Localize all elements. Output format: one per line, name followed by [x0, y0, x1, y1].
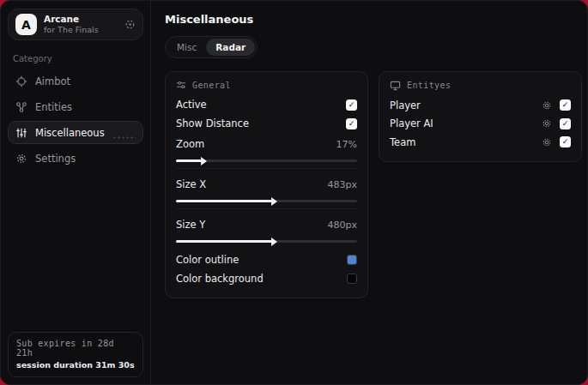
entity-controls: ✓	[542, 99, 571, 111]
slider-row-size-x: Size X 483px	[176, 175, 357, 194]
size-x-slider-fill[interactable]	[176, 200, 272, 202]
main-content: Miscellaneous Misc Radar Gene	[151, 1, 588, 384]
session-duration-text: session duration 31m 30s	[16, 360, 135, 370]
color-row-outline: Color outline	[176, 250, 357, 269]
entity-row-player: Player ✓	[390, 96, 571, 115]
gear-icon[interactable]	[542, 100, 552, 111]
slider-value: 483px	[328, 179, 358, 190]
entities-panel-title: Entityes	[407, 81, 451, 90]
size-y-slider-group: Size Y 480px	[176, 214, 357, 249]
entity-controls: ✓	[542, 136, 571, 147]
slider-label: Zoom	[176, 138, 204, 150]
entity-label: Team	[390, 136, 415, 148]
toggle-label: Active	[176, 99, 207, 111]
sidebar-nav: Aimbot Entities	[8, 67, 143, 170]
size-x-slider-group: Size X 483px	[176, 173, 357, 209]
slider-label: Size Y	[176, 219, 205, 231]
crosshair-icon	[15, 75, 27, 87]
tab-bar: Misc Radar	[165, 36, 258, 58]
color-row-background: Color background	[176, 269, 357, 288]
app-meta: Arcane for The Finals	[44, 14, 118, 35]
color-background-swatch[interactable]	[347, 274, 357, 284]
size-x-slider[interactable]	[176, 200, 357, 202]
tab-misc[interactable]: Misc	[167, 39, 206, 56]
sidebar: A Arcane for The Finals Category	[1, 1, 151, 384]
gear-icon[interactable]	[542, 118, 552, 129]
sub-expiry-text: Sub expires in 28d 21h	[16, 339, 135, 358]
app-card: A Arcane for The Finals	[8, 9, 143, 40]
color-outline-swatch[interactable]	[347, 255, 357, 265]
zoom-slider-fill[interactable]	[176, 159, 202, 162]
show-distance-checkbox[interactable]: ✓	[346, 118, 357, 129]
entity-row-team: Team ✓	[390, 133, 571, 152]
monitor-icon	[390, 80, 401, 91]
entity-controls: ✓	[542, 118, 571, 129]
player-checkbox[interactable]: ✓	[560, 99, 571, 111]
page-title: Miscellaneous	[165, 13, 582, 26]
zoom-slider-group: Zoom 17%	[176, 133, 357, 169]
sidebar-item-label: Miscellaneous	[35, 127, 105, 139]
app-subtitle: for The Finals	[44, 25, 118, 35]
general-panel: General Active ✓ Show Distance ✓ Zoom 17…	[165, 71, 368, 298]
sidebar-item-settings[interactable]: Settings	[8, 147, 143, 170]
general-panel-header: General	[176, 80, 357, 90]
gear-icon[interactable]	[542, 137, 552, 147]
player-ai-checkbox[interactable]: ✓	[560, 118, 571, 129]
active-checkbox[interactable]: ✓	[346, 99, 357, 111]
entity-row-player-ai: Player AI ✓	[390, 115, 571, 134]
team-checkbox[interactable]: ✓	[560, 136, 571, 147]
sidebar-item-label: Settings	[35, 153, 76, 165]
sidebar-item-miscellaneous[interactable]: Miscellaneous	[8, 121, 143, 144]
entity-label: Player	[390, 99, 421, 111]
sliders-small-icon	[176, 80, 186, 90]
sidebar-item-aimbot[interactable]: Aimbot	[8, 69, 143, 93]
sliders-icon	[15, 127, 27, 139]
entities-icon	[15, 101, 27, 113]
entities-panel-header: Entityes	[390, 80, 571, 91]
app-window: A Arcane for The Finals Category	[0, 0, 588, 385]
app-name: Arcane	[44, 14, 118, 25]
toggle-label: Show Distance	[176, 117, 249, 129]
entity-label: Player AI	[390, 117, 433, 129]
gear-icon	[15, 153, 27, 165]
slider-value: 17%	[336, 139, 357, 150]
sidebar-spacer	[8, 170, 143, 332]
toggle-row-show-distance: Show Distance ✓	[176, 114, 357, 133]
sidebar-item-label: Aimbot	[35, 75, 70, 87]
panels-row: General Active ✓ Show Distance ✓ Zoom 17…	[165, 71, 582, 298]
zoom-slider[interactable]	[176, 159, 357, 162]
category-label: Category	[13, 54, 143, 63]
slider-row-zoom: Zoom 17%	[176, 135, 357, 153]
tab-radar[interactable]: Radar	[206, 39, 255, 56]
toggle-row-active: Active ✓	[176, 95, 357, 114]
size-y-slider-fill[interactable]	[176, 240, 272, 243]
color-label: Color background	[176, 273, 264, 285]
sidebar-item-entities[interactable]: Entities	[8, 95, 143, 118]
size-y-slider[interactable]	[176, 240, 357, 243]
sidebar-item-label: Entities	[35, 101, 72, 113]
slider-label: Size X	[176, 178, 206, 190]
sync-icon[interactable]	[124, 19, 136, 30]
general-panel-title: General	[192, 81, 231, 90]
app-logo: A	[15, 14, 37, 35]
slider-value: 480px	[328, 220, 358, 231]
color-label: Color outline	[176, 254, 239, 266]
slider-row-size-y: Size Y 480px	[176, 215, 357, 234]
entities-panel: Entityes Player ✓	[379, 71, 582, 162]
subscription-status-card: Sub expires in 28d 21h session duration …	[8, 332, 143, 377]
